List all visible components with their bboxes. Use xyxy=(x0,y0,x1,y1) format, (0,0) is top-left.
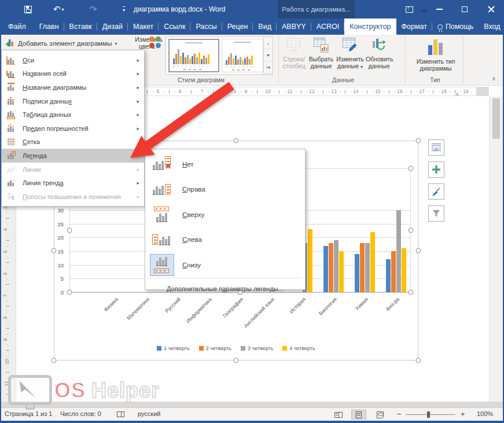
funnel-icon xyxy=(431,208,442,219)
edit-data-icon xyxy=(336,38,365,54)
zoom-in-button[interactable]: + xyxy=(461,408,465,421)
zoom-slider-thumb[interactable] xyxy=(427,411,430,418)
gallery-more-icon[interactable]: ≡▾ xyxy=(264,62,273,74)
submenu-arrow-icon: ▸ xyxy=(137,194,139,200)
tab-формат[interactable]: Формат xyxy=(396,19,432,35)
submenu-item-label: Снизу xyxy=(182,262,201,268)
tab-lightbulb[interactable]: Помощь xyxy=(432,19,479,35)
chart-styles-button[interactable] xyxy=(428,183,444,200)
row-column-icon xyxy=(281,38,307,54)
change-chart-type-button[interactable]: Изменить тип диаграммы xyxy=(412,36,459,75)
scrollbar-thumb[interactable] xyxy=(492,98,500,139)
gallery-scroll: ▲ ▼ ≡▾ xyxy=(263,37,273,74)
legend-left-icon xyxy=(150,229,174,251)
submenu-item-label: Слева xyxy=(182,236,202,243)
tab-вид[interactable]: Вид xyxy=(253,19,277,35)
gallery-scroll-up-icon[interactable]: ▲ xyxy=(264,37,273,49)
edit-data-button[interactable]: Изменитьданные ▾ xyxy=(336,36,365,75)
maximize-button[interactable] xyxy=(455,0,474,19)
submenu-item-bottom[interactable]: Снизу xyxy=(145,252,305,278)
chart-filters-button[interactable] xyxy=(428,205,444,222)
change-chart-type-icon xyxy=(427,38,444,56)
tab-abbyy[interactable]: ABBYY xyxy=(277,19,311,35)
word-window: ↶▾ ↷ ▾ диаграмма ворд.docx - Word Работа… xyxy=(0,0,504,423)
refresh-data-icon xyxy=(366,38,392,54)
menu-item-label: Линия тренда xyxy=(23,179,64,186)
minimize-button[interactable] xyxy=(429,0,449,19)
contextual-tab-header: Работа с диаграмма... xyxy=(278,0,355,19)
brush-icon xyxy=(431,186,442,197)
tab-вход[interactable]: Вход xyxy=(479,19,504,35)
submenu-item-left[interactable]: Слева xyxy=(145,227,305,253)
menu-item-updown-bars: Полосы повышения и понижения▸ xyxy=(2,190,144,204)
chart-elements-button[interactable] xyxy=(428,161,444,178)
group-label-type: Тип xyxy=(417,76,454,84)
page-gap xyxy=(0,402,504,407)
annotation-arrow xyxy=(0,0,255,174)
right-indent-marker[interactable] xyxy=(455,92,459,95)
legend-right-icon xyxy=(150,178,174,200)
read-mode-icon[interactable] xyxy=(331,410,346,420)
submenu-item-label: Сверху xyxy=(182,211,204,218)
legend-top-icon xyxy=(150,204,174,226)
legend-more-options-item[interactable]: Дополнительные параметры легенды... xyxy=(145,281,305,296)
layout-options-icon xyxy=(431,142,442,153)
plus-icon xyxy=(432,165,441,174)
page-number-status[interactable]: Страница 1 из 1 xyxy=(5,408,52,421)
submenu-arrow-icon: ▸ xyxy=(137,180,139,186)
gallery-scroll-down-icon[interactable]: ▼ xyxy=(264,49,273,61)
layout-options-button[interactable] xyxy=(428,139,444,156)
zoom-slider[interactable] xyxy=(406,414,455,415)
select-data-button[interactable]: Выбратьданные xyxy=(308,36,334,75)
select-data-icon xyxy=(308,38,334,54)
group-label-data: Данные xyxy=(312,76,374,84)
vertical-scrollbar[interactable] xyxy=(489,96,503,402)
zoom-level[interactable]: 100% xyxy=(477,408,493,421)
tab-acroi[interactable]: ACROI xyxy=(311,19,345,35)
submenu-item-label: Справа xyxy=(182,186,205,193)
web-layout-icon[interactable] xyxy=(373,410,388,420)
trendline-icon xyxy=(6,178,16,187)
print-layout-icon[interactable] xyxy=(351,410,366,420)
updown-bars-icon xyxy=(6,192,16,201)
collapse-ribbon-icon[interactable]: ∧ xyxy=(492,75,496,82)
refresh-data-button[interactable]: Обновитьданные xyxy=(366,36,392,75)
submenu-item-top[interactable]: Сверху xyxy=(145,202,305,227)
menu-item-label: Полосы повышения и понижения xyxy=(23,193,121,200)
language-status[interactable]: русский xyxy=(138,408,160,421)
tab-конструктор[interactable]: Конструктор xyxy=(344,19,396,35)
window-bottom-edge xyxy=(0,421,504,423)
row-column-button: Строка/столбец xyxy=(281,36,307,75)
word-count-status[interactable]: Число слов: 0 xyxy=(60,408,101,421)
lightbulb-icon xyxy=(437,24,443,30)
status-bar: Страница 1 из 1 Число слов: 0 русский − … xyxy=(0,407,504,420)
proofing-icon[interactable] xyxy=(117,411,124,417)
menu-item-trendline[interactable]: Линия тренда▸ xyxy=(2,176,144,190)
close-button[interactable] xyxy=(481,0,501,19)
zoom-out-button[interactable]: − xyxy=(397,408,402,421)
legend-bottom-icon xyxy=(150,254,174,276)
submenu-item-right[interactable]: Справа xyxy=(145,177,305,203)
